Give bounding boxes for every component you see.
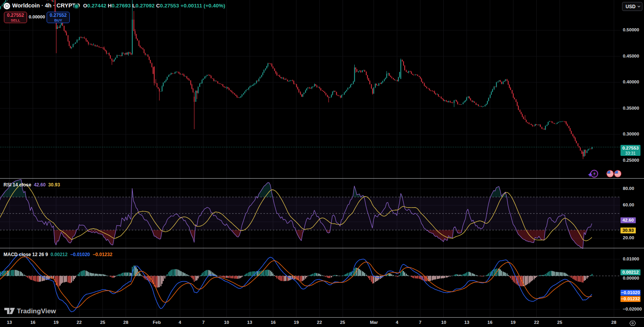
svg-text:TradingView: TradingView xyxy=(17,307,56,315)
